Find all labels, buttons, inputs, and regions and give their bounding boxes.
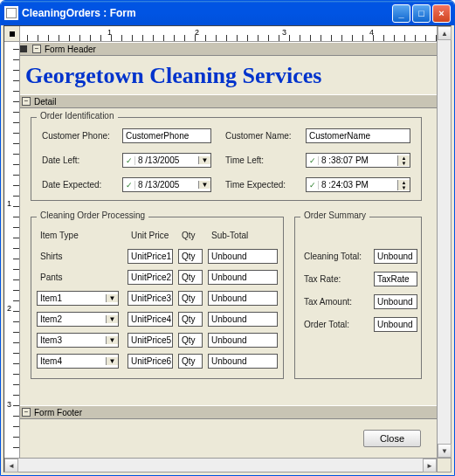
header-qty: Qty (178, 228, 203, 243)
section-form-footer-bar[interactable]: − Form Footer (20, 405, 437, 419)
header-item-type: Item Type (37, 228, 107, 243)
section-footer-label: Form Footer (34, 408, 82, 417)
label-date-left: Date Left: (38, 153, 117, 168)
section-detail-bar[interactable]: − Detail (20, 94, 437, 108)
form-icon (4, 6, 18, 20)
maximize-button[interactable]: □ (412, 4, 431, 23)
scroll-corner (437, 458, 451, 472)
field-tax-amount[interactable]: Unbound (374, 294, 417, 309)
field-item-type[interactable]: Item2▼ (37, 312, 119, 327)
label-cleaning-total: Cleaning Total: (300, 249, 370, 264)
page-title: Georgetown Cleaning Services (20, 56, 437, 96)
collapse-icon[interactable]: − (22, 97, 31, 106)
header-subtotal: Sub-Total (208, 228, 260, 243)
collapse-icon[interactable]: − (22, 408, 31, 417)
check-icon: ✓ (307, 156, 319, 165)
section-form-header-bar[interactable]: − Form Header (20, 42, 437, 56)
group-legend-identification: Order Identification (37, 111, 118, 121)
section-detail-label: Detail (34, 97, 57, 107)
field-order-total[interactable]: Unbound (374, 317, 417, 332)
check-icon: ✓ (123, 181, 135, 190)
field-qty[interactable]: Qty (178, 270, 203, 285)
window-title: CleaningOrders : Form (22, 7, 392, 19)
label-time-expected: Time Expected: (222, 177, 300, 192)
chevron-down-icon[interactable]: ▼ (106, 357, 118, 365)
horizontal-scrollbar[interactable]: ◄ ► (4, 458, 437, 472)
field-date-left[interactable]: ✓ 8 /13/2005 ▼ (122, 153, 211, 168)
horizontal-ruler[interactable]: 1 2 3 4 (20, 26, 451, 42)
field-qty[interactable]: Qty (178, 249, 203, 264)
scroll-track[interactable] (438, 40, 451, 444)
vertical-ruler[interactable]: 1 2 3 (4, 42, 20, 458)
label-customer-phone: Customer Phone: (38, 128, 117, 143)
design-workarea: 1 2 3 4 1 2 3 − Form Header Georgetown C… (3, 25, 452, 473)
field-unit-price[interactable]: UnitPrice3 (128, 291, 173, 306)
spinner-icon[interactable]: ▲▼ (397, 155, 410, 166)
field-subtotal[interactable]: Unbound (208, 312, 278, 327)
field-item-type[interactable]: Item3▼ (37, 333, 119, 348)
field-unit-price[interactable]: UnitPrice6 (128, 354, 173, 369)
field-customer-phone[interactable]: CustomerPhone (122, 128, 211, 143)
label-tax-amount: Tax Amount: (300, 294, 370, 309)
field-subtotal[interactable]: Unbound (208, 249, 278, 264)
field-qty[interactable]: Qty (178, 333, 203, 348)
field-qty[interactable]: Qty (178, 354, 203, 369)
field-time-expected[interactable]: ✓ 8 :24:03 PM ▲▼ (306, 177, 410, 192)
chevron-down-icon[interactable]: ▼ (106, 315, 118, 323)
field-subtotal[interactable]: Unbound (208, 291, 278, 306)
group-processing: Cleaning Order Processing Item Type Unit… (31, 217, 284, 379)
form-header-body: Georgetown Cleaning Services (20, 56, 437, 94)
field-qty[interactable]: Qty (178, 291, 203, 306)
check-icon: ✓ (307, 181, 319, 190)
label-time-left: Time Left: (222, 153, 300, 168)
field-tax-rate[interactable]: TaxRate (374, 272, 417, 286)
field-item-type[interactable]: Item1▼ (37, 291, 119, 306)
minimize-button[interactable]: _ (392, 4, 410, 23)
detail-body: Order Identification Customer Phone: Cus… (20, 108, 437, 405)
group-order-identification: Order Identification Customer Phone: Cus… (31, 117, 422, 201)
field-subtotal[interactable]: Unbound (208, 270, 278, 285)
field-cleaning-total[interactable]: Unbound (374, 249, 417, 264)
section-header-label: Form Header (45, 45, 96, 54)
label-order-total: Order Total: (300, 317, 370, 332)
group-legend-processing: Cleaning Order Processing (37, 210, 148, 220)
field-unit-price[interactable]: UnitPrice5 (128, 333, 173, 348)
window: CleaningOrders : Form _ □ × 1 2 3 4 1 2 … (0, 0, 455, 476)
field-unit-price[interactable]: UnitPrice4 (128, 312, 173, 327)
group-legend-summary: Order Summary (300, 210, 369, 220)
scroll-up-icon[interactable]: ▲ (438, 26, 452, 40)
spinner-icon[interactable]: ▲▼ (397, 180, 410, 190)
field-qty[interactable]: Qty (178, 312, 203, 327)
ruler-corner[interactable] (4, 26, 20, 42)
field-time-left[interactable]: ✓ 8 :38:07 PM ▲▼ (306, 153, 410, 168)
check-icon: ✓ (123, 156, 135, 165)
form-footer-body: Close (20, 419, 437, 458)
field-unit-price[interactable]: UnitPrice2 (128, 270, 173, 285)
scroll-right-icon[interactable]: ► (423, 459, 437, 473)
selector-icon (20, 45, 27, 52)
field-subtotal[interactable]: Unbound (208, 354, 278, 369)
scroll-down-icon[interactable]: ▼ (438, 444, 452, 458)
field-date-expected[interactable]: ✓ 8 /13/2005 ▼ (122, 177, 211, 192)
field-item-type[interactable]: Item4▼ (37, 354, 119, 369)
field-unit-price[interactable]: UnitPrice1 (128, 249, 173, 264)
field-customer-name[interactable]: CustomerName (306, 128, 410, 143)
collapse-icon[interactable]: − (32, 45, 41, 53)
chevron-down-icon[interactable]: ▼ (106, 294, 118, 302)
vertical-scrollbar[interactable]: ▲ ▼ (437, 26, 451, 458)
scroll-track[interactable] (18, 459, 423, 472)
chevron-down-icon[interactable]: ▼ (198, 156, 210, 164)
label-date-expected: Date Expected: (38, 177, 117, 192)
chevron-down-icon[interactable]: ▼ (198, 181, 210, 189)
group-summary: Order Summary Cleaning Total: Unbound Ta… (294, 217, 422, 379)
form-design-surface[interactable]: − Form Header Georgetown Cleaning Servic… (20, 42, 437, 458)
label-item-type: Shirts (37, 249, 107, 264)
close-button[interactable]: Close (363, 430, 421, 447)
label-tax-rate: Tax Rate: (300, 272, 370, 286)
titlebar[interactable]: CleaningOrders : Form _ □ × (1, 1, 454, 25)
field-subtotal[interactable]: Unbound (208, 333, 278, 348)
chevron-down-icon[interactable]: ▼ (106, 336, 118, 344)
scroll-left-icon[interactable]: ◄ (4, 459, 18, 473)
window-close-button[interactable]: × (432, 4, 451, 23)
header-unit-price: Unit Price (128, 228, 173, 243)
